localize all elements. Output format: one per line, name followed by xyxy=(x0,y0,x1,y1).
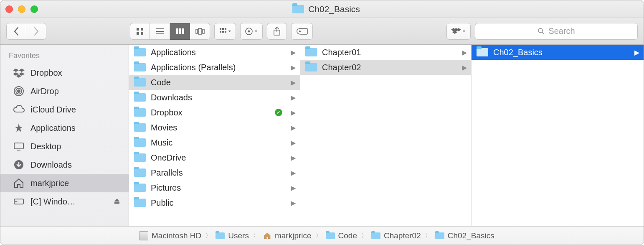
column-0: Applications ▶ Applications (Parallels) … xyxy=(129,45,300,226)
path-label: markjprice xyxy=(275,231,312,240)
path-crumb[interactable]: Code xyxy=(326,231,357,240)
path-label: Users xyxy=(228,231,249,240)
title-folder-icon xyxy=(292,5,304,13)
sidebar-item-icloud[interactable]: iCloud Drive xyxy=(0,100,129,119)
folder-label: Ch02_Basics xyxy=(493,48,543,57)
icon-view-button[interactable] xyxy=(130,23,150,40)
folder-row-ch02-basics[interactable]: Ch02_Basics ▶ xyxy=(472,45,644,60)
chevron-right-icon: 〉 xyxy=(253,232,259,240)
maximize-window-button[interactable] xyxy=(30,5,38,13)
folder-icon xyxy=(134,108,146,117)
path-bar: Macintosh HD 〉 Users 〉 markjprice 〉 Code… xyxy=(0,226,644,245)
folder-icon xyxy=(305,63,317,71)
path-crumb[interactable]: Users xyxy=(216,231,249,240)
eject-icon[interactable] xyxy=(114,197,120,207)
sidebar-item-applications[interactable]: Applications xyxy=(0,119,129,137)
toolbar: Search xyxy=(0,18,644,45)
path-crumb[interactable]: Chapter02 xyxy=(371,231,421,240)
svg-rect-8 xyxy=(179,28,181,34)
folder-row[interactable]: Pictures ▶ xyxy=(129,180,300,195)
folder-row-code[interactable]: Code ▶ xyxy=(129,75,300,90)
folder-icon xyxy=(134,153,146,162)
folder-row[interactable]: Movies ▶ xyxy=(129,120,300,135)
folder-row[interactable]: Parallels ▶ xyxy=(129,165,300,180)
folder-label: OneDrive xyxy=(151,153,186,163)
search-field[interactable]: Search xyxy=(475,23,638,40)
tags-button[interactable] xyxy=(291,23,313,40)
chevron-right-icon: ▶ xyxy=(291,124,296,132)
sidebar-item-windows-volume[interactable]: [C] Windo… xyxy=(0,192,129,211)
svg-point-28 xyxy=(18,90,20,92)
folder-label: Applications xyxy=(151,48,196,57)
folder-label: Public xyxy=(151,198,173,208)
sidebar-item-desktop[interactable]: Desktop xyxy=(0,137,129,156)
svg-rect-11 xyxy=(198,28,202,34)
chevron-right-icon: ▶ xyxy=(291,48,296,56)
chevron-right-icon: ▶ xyxy=(634,48,639,56)
folder-row[interactable]: Chapter01 ▶ xyxy=(300,45,471,60)
sync-ok-icon: ✓ xyxy=(275,109,282,116)
svg-rect-12 xyxy=(203,29,204,33)
folder-label: Downloads xyxy=(151,93,192,102)
folder-icon xyxy=(216,232,225,239)
chevron-right-icon: ▶ xyxy=(462,48,467,56)
path-crumb[interactable]: markjprice xyxy=(263,231,312,240)
chevron-right-icon: ▶ xyxy=(291,109,296,117)
chevron-right-icon: ▶ xyxy=(291,94,296,102)
column-view-button[interactable] xyxy=(170,23,190,40)
drive-icon xyxy=(13,196,25,207)
folder-label: Code xyxy=(151,78,171,87)
folder-row[interactable]: Applications (Parallels) ▶ xyxy=(129,60,300,75)
path-crumb-hd[interactable]: Macintosh HD xyxy=(139,231,201,240)
folder-label: Chapter01 xyxy=(322,48,361,57)
sidebar-item-label: markjprice xyxy=(30,179,69,188)
window-title: Ch02_Basics xyxy=(308,4,360,14)
minimize-window-button[interactable] xyxy=(18,5,25,13)
search-placeholder: Search xyxy=(548,26,575,36)
svg-rect-2 xyxy=(137,32,139,35)
column-browser: Applications ▶ Applications (Parallels) … xyxy=(129,45,644,226)
column-2: Ch02_Basics ▶ xyxy=(472,45,644,226)
folder-row[interactable]: Music ▶ xyxy=(129,135,300,150)
folder-row-dropbox[interactable]: Dropbox ✓ ▶ xyxy=(129,105,300,120)
back-button[interactable] xyxy=(6,23,26,40)
folder-row[interactable]: OneDrive ▶ xyxy=(129,150,300,165)
column-1: Chapter01 ▶ Chapter02 ▶ xyxy=(300,45,472,226)
hard-drive-icon xyxy=(139,231,148,240)
chevron-right-icon: 〉 xyxy=(205,232,211,240)
list-view-button[interactable] xyxy=(150,23,170,40)
share-button[interactable] xyxy=(267,23,287,40)
path-label: Code xyxy=(338,231,357,240)
chevron-right-icon: 〉 xyxy=(316,232,322,240)
folder-icon xyxy=(134,78,146,87)
close-window-button[interactable] xyxy=(5,5,13,13)
folder-row-chapter02[interactable]: Chapter02 ▶ xyxy=(300,60,471,75)
chevron-right-icon: ▶ xyxy=(291,199,296,207)
desktop-icon xyxy=(13,140,25,152)
folder-row[interactable]: Applications ▶ xyxy=(129,45,300,60)
dropbox-toolbar-button[interactable] xyxy=(446,23,471,40)
dropbox-icon xyxy=(13,67,25,79)
svg-rect-3 xyxy=(141,32,143,35)
chevron-right-icon: 〉 xyxy=(425,232,431,240)
sidebar-item-home[interactable]: markjprice xyxy=(0,174,129,192)
folder-icon xyxy=(134,93,146,102)
group-by-button[interactable] xyxy=(214,23,236,40)
svg-rect-0 xyxy=(137,28,139,31)
action-menu-button[interactable] xyxy=(240,23,263,40)
chevron-right-icon: ▶ xyxy=(291,64,296,71)
folder-row[interactable]: Public ▶ xyxy=(129,195,300,210)
forward-button[interactable] xyxy=(26,23,46,40)
sidebar-item-label: [C] Windo… xyxy=(30,197,76,207)
svg-rect-36 xyxy=(114,202,119,204)
folder-label: Parallels xyxy=(151,168,183,178)
gallery-view-button[interactable] xyxy=(190,23,210,40)
sidebar-item-dropbox[interactable]: Dropbox xyxy=(0,64,129,82)
folder-icon xyxy=(435,232,444,239)
path-crumb[interactable]: Ch02_Basics xyxy=(435,231,494,240)
folder-label: Chapter02 xyxy=(322,63,361,72)
home-icon xyxy=(263,232,271,240)
sidebar-item-downloads[interactable]: Downloads xyxy=(0,156,129,174)
sidebar-item-airdrop[interactable]: AirDrop xyxy=(0,82,129,100)
folder-row[interactable]: Downloads ▶ xyxy=(129,90,300,105)
